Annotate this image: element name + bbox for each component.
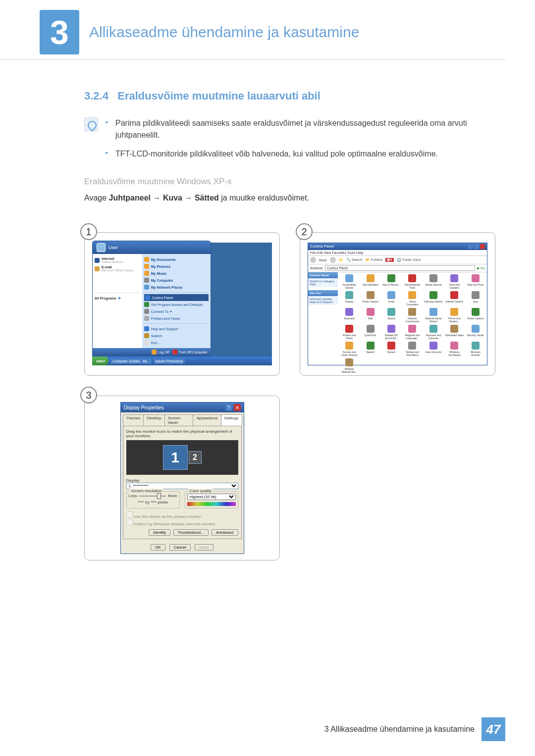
cp-icon-item[interactable]: Security Center: [466, 325, 485, 340]
address-input[interactable]: Control Panel: [325, 265, 475, 271]
menu-item-set-program[interactable]: Set Program Access and Defaults: [144, 301, 209, 308]
menu-item-email[interactable]: E-mailMicrosoft Office Outlook: [95, 264, 140, 273]
help-icon[interactable]: ?: [225, 404, 232, 411]
cp-icon-item[interactable]: Mail: [361, 308, 379, 323]
up-icon[interactable]: 📁: [339, 258, 343, 262]
tab-settings[interactable]: Settings: [221, 414, 242, 426]
back-button[interactable]: [310, 257, 316, 263]
cp-icon-item[interactable]: Internet Options: [445, 291, 464, 306]
cp-icon-item[interactable]: System: [382, 342, 401, 356]
search-button[interactable]: 🔍 Search: [346, 258, 363, 262]
cp-icon-item[interactable]: Automatic Updates: [445, 274, 464, 289]
maximize-icon[interactable]: [474, 244, 479, 249]
menu-item-help[interactable]: Help and Support: [144, 325, 209, 332]
cp-icon-item[interactable]: Power Options: [466, 308, 485, 323]
taskbar-item[interactable]: Computer Guides - Mi...: [110, 358, 151, 364]
resolution-slider[interactable]: Less More: [129, 494, 177, 498]
views-button[interactable]: ▦▾: [385, 258, 394, 262]
go-button[interactable]: ▶ Go: [477, 266, 485, 270]
foldersync-button[interactable]: 🔄 Folder Sync: [397, 258, 421, 262]
primary-monitor-checkbox[interactable]: Use this device as the primary monitor.: [126, 511, 238, 519]
cancel-button[interactable]: Cancel: [169, 544, 191, 551]
close-icon[interactable]: ✕: [234, 404, 241, 411]
apply-button[interactable]: Apply: [195, 544, 214, 551]
turnoff-button[interactable]: Turn Off Computer: [172, 350, 208, 354]
menu-item-documents[interactable]: My Documents: [144, 256, 209, 263]
logoff-button[interactable]: Log Off: [152, 350, 169, 354]
label: Search: [151, 334, 162, 338]
cp-icon-item[interactable]: Realtek HD Sound Eff...: [382, 325, 401, 340]
minimize-icon[interactable]: [468, 244, 473, 249]
tab-desktop[interactable]: Desktop: [143, 414, 164, 426]
cp-icon-item[interactable]: Windows CardSpace: [445, 342, 464, 356]
control-panel-icon: [145, 295, 150, 300]
menu-item-computer[interactable]: My Computer: [144, 277, 209, 284]
cp-icon-item[interactable]: Scanners and Cameras: [424, 325, 443, 340]
identify-button[interactable]: Identify: [149, 529, 170, 536]
tab-screen-saver[interactable]: Screen Saver: [164, 414, 194, 426]
monitor-1-icon[interactable]: 1: [163, 445, 188, 470]
menu-item-all-programs[interactable]: All Programs ▶: [95, 295, 140, 301]
cp-icon-item[interactable]: Windows Firewall: [466, 342, 485, 356]
menu-item-pictures[interactable]: My Pictures: [144, 263, 209, 270]
screen-resolution-group: Screen resolution Less More **** by ****…: [126, 491, 180, 508]
cp-icon-item[interactable]: Date and Time: [466, 274, 485, 289]
advanced-button[interactable]: Advanced: [212, 529, 238, 536]
cp-icon-item[interactable]: Keyboard: [340, 308, 359, 323]
monitor-arrangement[interactable]: 1 2: [126, 440, 238, 475]
menu-item-run[interactable]: Run...: [144, 339, 209, 346]
tab-appearance[interactable]: Appearance: [193, 414, 221, 426]
chapter-title: Allikaseadme ühendamine ja kasutamine: [89, 24, 359, 41]
extend-desktop-checkbox[interactable]: Extend my Windows desktop onto this moni…: [126, 519, 238, 526]
logoff-icon: [152, 350, 157, 354]
cp-icon-item[interactable]: Wireless Network Set...: [340, 358, 359, 373]
cp-icon-item[interactable]: Administrative Tools: [403, 274, 422, 289]
folders-button[interactable]: 📂 Folders: [366, 258, 382, 262]
menu-item-music[interactable]: My Music: [144, 270, 209, 277]
taskbar-item[interactable]: Adobe Photoshop: [154, 358, 185, 364]
cp-icon-item[interactable]: Taskbar and Start Menu: [403, 342, 422, 356]
tab-themes[interactable]: Themes: [123, 414, 144, 426]
sidebar-help-support[interactable]: Help and Support: [310, 301, 336, 303]
cp-icon-item[interactable]: Folder Options: [361, 291, 379, 306]
cp-item-label: Date and Time: [468, 283, 484, 286]
cp-icon-item[interactable]: Phone and Modem...: [445, 308, 464, 323]
cp-icon-item[interactable]: QuickTime: [361, 325, 379, 340]
cp-icon-item[interactable]: Printers and Faxes: [340, 325, 359, 340]
chapter-number-badge: 3: [40, 10, 79, 54]
cp-icon-item[interactable]: Network Connections: [403, 308, 422, 323]
menubar[interactable]: File Edit View Favorites Tools Help: [308, 250, 487, 256]
cp-icon-item[interactable]: Display: [340, 291, 359, 306]
slider-thumb[interactable]: [157, 493, 161, 499]
cp-icon-item[interactable]: Indexing Options: [424, 291, 443, 306]
forward-button[interactable]: [330, 257, 336, 263]
menu-item-search[interactable]: Search: [144, 332, 209, 339]
cp-icon-item[interactable]: Sounds and Audio Devices: [340, 342, 359, 356]
close-icon[interactable]: [480, 244, 485, 249]
cp-icon-item[interactable]: Speech: [361, 342, 379, 356]
ok-button[interactable]: OK: [151, 544, 165, 551]
menu-item-printers[interactable]: Printers and Faxes: [144, 315, 209, 322]
menu-item-control-panel[interactable]: Control Panel: [144, 294, 209, 301]
start-button[interactable]: start: [92, 356, 108, 365]
troubleshoot-button[interactable]: Troubleshoot...: [173, 529, 209, 536]
cp-icon-item[interactable]: Java: [466, 291, 485, 306]
cp-item-icon: [367, 291, 374, 299]
cp-icon-item[interactable]: Accessibility Options: [340, 274, 359, 289]
cp-icon-item[interactable]: Network Setup Wizard: [424, 308, 443, 323]
cp-icon-item[interactable]: Adobe Gamma: [424, 274, 443, 289]
cp-icon-item[interactable]: Mouse: [382, 308, 401, 323]
color-quality-select[interactable]: Highest (32 bit): [187, 494, 236, 500]
cp-icon-item[interactable]: Add or Remov...: [382, 274, 401, 289]
monitor-2-icon[interactable]: 2: [189, 451, 202, 464]
menu-item-network[interactable]: My Network Places: [144, 284, 209, 291]
cp-icon-item[interactable]: Fonts: [382, 291, 401, 306]
menu-item-connect[interactable]: Connect To ▸: [144, 308, 209, 315]
cp-icon-item[interactable]: Game Controllers: [403, 291, 422, 306]
cp-icon-item[interactable]: Regional and Language...: [403, 325, 422, 340]
sidebar-switch-view[interactable]: Switch to Category View: [310, 280, 334, 286]
cp-icon-item[interactable]: User Accounts: [424, 342, 443, 356]
cp-icon-item[interactable]: Add Hardware: [361, 274, 379, 289]
cp-icon-item[interactable]: Scheduled Tasks: [445, 325, 464, 340]
menu-item-internet[interactable]: InternetInternet Explorer: [95, 256, 140, 264]
